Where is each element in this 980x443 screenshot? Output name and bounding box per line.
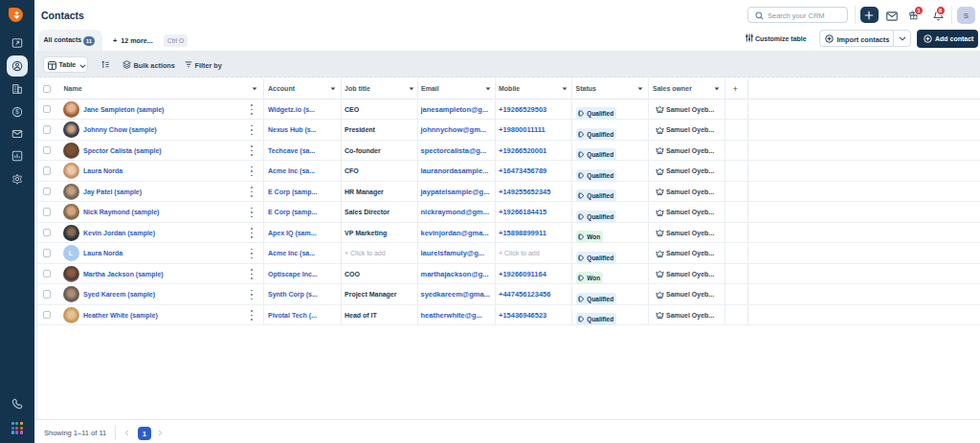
svg-text:$: $ [15, 108, 19, 115]
